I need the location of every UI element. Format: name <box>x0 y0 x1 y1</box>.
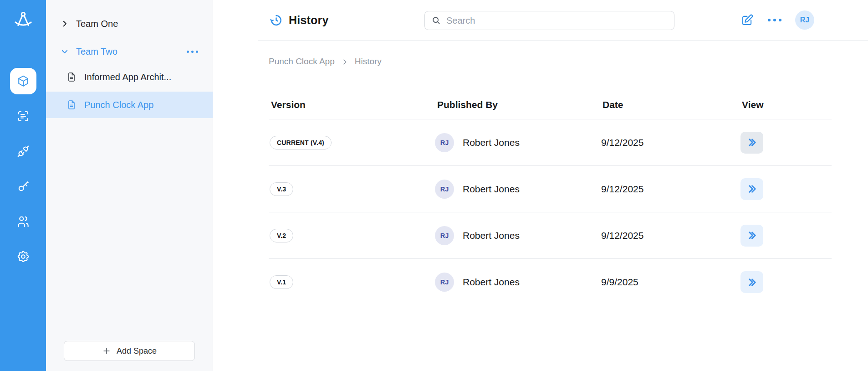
cube-icon <box>16 74 30 88</box>
rail-item-scan[interactable] <box>10 103 36 129</box>
app-logo-compass-icon[interactable] <box>12 10 34 32</box>
breadcrumb-history: History <box>355 57 382 67</box>
search-input[interactable] <box>446 15 668 26</box>
publisher-name: Robert Jones <box>463 277 520 288</box>
sidebar-item-team-two[interactable]: Team Two <box>46 41 213 62</box>
column-header-view: View <box>740 99 832 110</box>
publisher-avatar: RJ <box>435 226 454 245</box>
publisher-name: Robert Jones <box>463 137 520 148</box>
view-version-button[interactable] <box>740 271 763 293</box>
main-header: History RJ <box>258 0 868 41</box>
double-chevron-right-icon <box>746 230 758 241</box>
history-icon <box>270 14 283 27</box>
rail-item-spaces[interactable] <box>10 68 36 94</box>
users-icon <box>16 215 30 228</box>
column-header-published-by: Published By <box>435 99 600 110</box>
team-two-options-icon[interactable] <box>185 49 200 55</box>
table-row: V.1 RJ Robert Jones 9/9/2025 <box>269 259 832 305</box>
breadcrumb-punch-clock-app[interactable]: Punch Clock App <box>269 57 335 67</box>
view-version-button[interactable] <box>740 132 763 154</box>
table-row: CURRENT (V.4) RJ Robert Jones 9/12/2025 <box>269 119 832 166</box>
chevron-down-icon <box>61 47 69 56</box>
publish-date: 9/12/2025 <box>600 230 740 241</box>
version-history-table: Version Published By Date View CURRENT (… <box>269 90 832 305</box>
table-header-row: Version Published By Date View <box>269 90 832 119</box>
document-label: Informed App Archit... <box>84 72 171 82</box>
table-row: V.3 RJ Robert Jones 9/12/2025 <box>269 166 832 212</box>
add-space-label: Add Space <box>117 346 157 356</box>
more-options-button[interactable] <box>765 16 784 24</box>
publisher-avatar: RJ <box>435 133 454 152</box>
version-badge: V.1 <box>270 275 293 289</box>
double-chevron-right-icon <box>746 137 758 148</box>
sidebar: Team One Team Two Informed App Archit... <box>46 0 213 371</box>
publisher-name: Robert Jones <box>463 230 520 241</box>
team-two-label: Team Two <box>76 46 117 57</box>
app-rail <box>0 0 46 371</box>
publisher-avatar: RJ <box>435 180 454 199</box>
search-box[interactable] <box>424 11 674 30</box>
double-chevron-right-icon <box>746 183 758 195</box>
publish-date: 9/9/2025 <box>600 277 740 288</box>
plug-icon <box>16 144 30 158</box>
sidebar-item-informed-app-architecture[interactable]: Informed App Archit... <box>46 64 213 90</box>
column-header-version: Version <box>269 99 435 110</box>
view-version-button[interactable] <box>740 225 763 247</box>
column-header-date: Date <box>600 99 740 110</box>
version-badge: V.3 <box>270 182 293 196</box>
breadcrumb: Punch Clock App History <box>269 56 868 67</box>
user-avatar[interactable]: RJ <box>795 10 814 30</box>
publish-date: 9/12/2025 <box>600 184 740 195</box>
gear-icon <box>16 250 30 263</box>
version-badge: CURRENT (V.4) <box>270 136 332 149</box>
rail-item-members[interactable] <box>10 208 36 235</box>
publisher-avatar: RJ <box>435 273 454 292</box>
view-version-button[interactable] <box>740 178 763 200</box>
app-window: Team One Team Two Informed App Archit... <box>0 0 868 371</box>
double-chevron-right-icon <box>746 277 758 288</box>
rail-item-settings[interactable] <box>10 243 36 270</box>
document-icon <box>66 99 77 110</box>
chevron-right-icon <box>61 20 69 28</box>
publisher-name: Robert Jones <box>463 184 520 195</box>
document-icon <box>66 72 77 82</box>
key-icon <box>16 180 30 193</box>
chevron-right-icon <box>341 58 348 66</box>
document-label: Punch Clock App <box>84 100 153 110</box>
version-badge: V.2 <box>270 229 293 242</box>
add-space-button[interactable]: Add Space <box>64 341 195 361</box>
edit-button[interactable] <box>740 13 754 27</box>
edit-pencil-icon <box>740 13 754 27</box>
scan-text-icon <box>16 109 30 123</box>
rail-item-integrations[interactable] <box>10 138 36 165</box>
publish-date: 9/12/2025 <box>600 137 740 148</box>
main-content: History RJ <box>213 0 868 371</box>
search-icon <box>431 15 441 26</box>
table-row: V.2 RJ Robert Jones 9/12/2025 <box>269 212 832 259</box>
team-one-label: Team One <box>76 19 118 29</box>
sidebar-item-team-one[interactable]: Team One <box>46 13 213 35</box>
rail-item-keys[interactable] <box>10 173 36 200</box>
page-title: History <box>289 14 329 27</box>
plus-icon <box>102 346 111 356</box>
header-actions: RJ <box>740 0 814 40</box>
sidebar-item-punch-clock-app[interactable]: Punch Clock App <box>46 92 213 118</box>
